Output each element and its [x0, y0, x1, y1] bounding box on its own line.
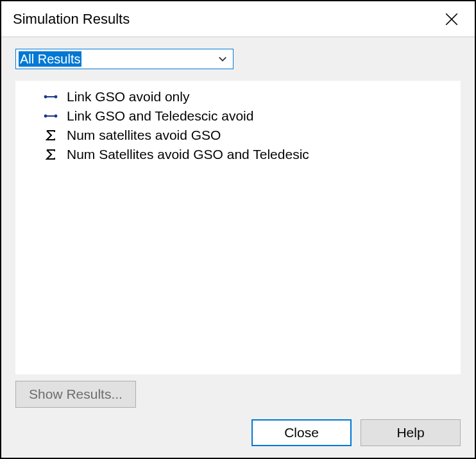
results-list: Link GSO avoid only Link GSO and Teledes… [15, 81, 461, 374]
list-item[interactable]: Link GSO avoid only [21, 87, 455, 106]
dialog-title: Simulation Results [13, 11, 130, 28]
list-item[interactable]: Num satellites avoid GSO [21, 126, 455, 145]
list-item-label: Link GSO and Teledescic avoid [67, 108, 253, 124]
dropdown-selected-text: All Results [19, 51, 81, 67]
show-results-button: Show Results... [15, 381, 136, 408]
help-button[interactable]: Help [361, 419, 461, 446]
list-item-label: Num Satellites avoid GSO and Teledesic [67, 147, 309, 162]
dialog-button-row: Close Help [1, 419, 475, 458]
list-item[interactable]: Link GSO and Teledescic avoid [21, 106, 455, 126]
list-item[interactable]: Num Satellites avoid GSO and Teledesic [21, 145, 455, 164]
link-icon [44, 109, 58, 123]
content-area: All Results Link GSO avoid only [1, 37, 475, 419]
simulation-results-dialog: Simulation Results All Results [0, 0, 476, 459]
list-item-label: Num satellites avoid GSO [67, 128, 221, 143]
sigma-icon [44, 128, 58, 142]
titlebar: Simulation Results [1, 1, 475, 37]
results-filter-dropdown[interactable]: All Results [15, 49, 234, 69]
close-button[interactable]: Close [251, 419, 352, 446]
sigma-icon [44, 147, 58, 162]
list-item-label: Link GSO avoid only [67, 89, 189, 104]
chevron-down-icon [217, 54, 228, 64]
link-icon [44, 90, 58, 104]
close-icon[interactable] [439, 6, 464, 32]
bottom-left-area: Show Results... [15, 374, 461, 408]
